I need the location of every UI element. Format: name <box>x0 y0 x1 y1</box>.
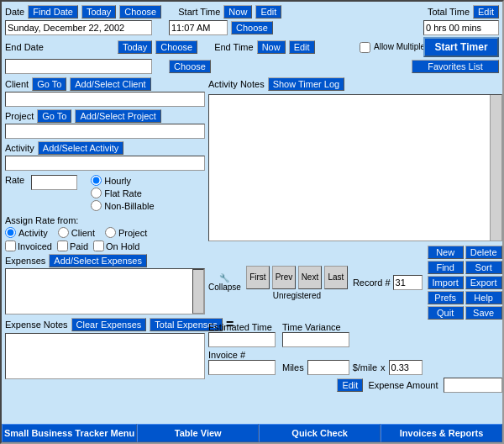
sort-button[interactable]: Sort <box>465 261 502 274</box>
today-button-1[interactable]: Today <box>81 5 116 18</box>
expense-edit-button[interactable]: Edit <box>337 378 363 392</box>
invoice-number-field[interactable] <box>208 360 276 375</box>
collapse-label: Collapse <box>208 283 241 292</box>
allow-multiple-timers-label: Allow Multiple Timers <box>374 42 420 52</box>
last-button[interactable]: Last <box>324 266 348 289</box>
per-mile-field[interactable] <box>389 360 423 375</box>
rate-field[interactable] <box>31 175 77 190</box>
time-variance-field[interactable] <box>282 332 349 347</box>
menu-button[interactable]: Small Business Tracker Menu <box>2 424 137 442</box>
client-label: Client <box>5 79 29 89</box>
miles-label: Miles <box>282 362 304 373</box>
client-field[interactable] <box>5 92 205 107</box>
assign-project-label: Project <box>118 228 147 238</box>
choose-button-1[interactable]: Choose <box>119 5 161 18</box>
expenses-scrollbar[interactable] <box>192 269 204 314</box>
find-button[interactable]: Find <box>428 261 464 274</box>
total-time-value-field <box>423 20 499 35</box>
date-value-field[interactable] <box>5 20 152 35</box>
project-goto-button[interactable]: Go To <box>37 109 71 123</box>
edit-button-2[interactable]: Edit <box>289 40 315 54</box>
choose-button-4[interactable]: Choose <box>169 60 211 73</box>
prefs-button[interactable]: Prefs <box>428 291 464 304</box>
on-hold-label: On Hold <box>106 241 139 251</box>
today-button-2[interactable]: Today <box>118 40 152 54</box>
expense-amount-label: Expense Amount <box>368 380 438 390</box>
expenses-list <box>5 268 205 314</box>
estimated-time-label: Estimated Time <box>208 322 276 332</box>
quick-check-button[interactable]: Quick Check <box>259 424 381 442</box>
unregistered-label: Unregistered <box>273 291 321 300</box>
paid-label: Paid <box>70 241 88 251</box>
new-button[interactable]: New <box>428 246 464 259</box>
import-button[interactable]: Import <box>428 276 464 289</box>
miles-field[interactable] <box>307 360 349 375</box>
estimated-time-field[interactable] <box>208 332 276 347</box>
activity-field[interactable] <box>5 156 205 171</box>
client-goto-button[interactable]: Go To <box>32 77 66 91</box>
invoices-reports-button[interactable]: Invoices & Reports <box>381 424 502 442</box>
now-button-1[interactable]: Now <box>223 5 252 18</box>
first-button[interactable]: First <box>246 266 270 289</box>
collapse-icon: 🔧 <box>219 273 229 283</box>
per-mile-label: $/mile <box>353 362 377 373</box>
add-select-project-button[interactable]: Add/Select Project <box>75 109 161 123</box>
edit-button-1[interactable]: Edit <box>255 5 281 18</box>
find-date-button[interactable]: Find Date <box>28 5 78 18</box>
export-button[interactable]: Export <box>465 276 502 289</box>
bottom-bar: Small Business Tracker Menu Table View Q… <box>2 424 502 442</box>
next-button[interactable]: Next <box>298 266 322 289</box>
choose-button-2[interactable]: Choose <box>155 40 197 54</box>
date-label: Date <box>5 7 24 17</box>
rate-label: Rate <box>5 175 24 185</box>
expense-notes-label: Expense Notes <box>5 320 68 330</box>
x-label: x <box>381 362 386 373</box>
assign-client-label: Client <box>71 228 95 238</box>
clear-expenses-button[interactable]: Clear Expenses <box>71 318 147 331</box>
assign-client-radio[interactable] <box>58 227 69 238</box>
table-view-button[interactable]: Table View <box>137 424 259 442</box>
end-date-field[interactable] <box>5 59 152 74</box>
assign-activity-radio[interactable] <box>5 227 16 238</box>
add-select-activity-button[interactable]: Add/Select Activity <box>38 141 124 155</box>
allow-multiple-timers-checkbox[interactable] <box>360 42 370 53</box>
assign-activity-label: Activity <box>18 228 48 238</box>
hourly-radio[interactable] <box>91 175 102 186</box>
activity-notes-label: Activity Notes <box>208 79 265 89</box>
on-hold-checkbox[interactable] <box>93 240 104 251</box>
choose-button-3[interactable]: Choose <box>231 21 273 34</box>
delete-button[interactable]: Delete <box>465 246 502 259</box>
record-number-field[interactable] <box>393 275 423 290</box>
time-variance-label: Time Variance <box>282 322 349 332</box>
invoice-number-label: Invoice # <box>208 350 276 360</box>
add-select-expenses-button[interactable]: Add/Select Expenses <box>49 254 147 267</box>
project-label: Project <box>5 111 34 121</box>
save-button[interactable]: Save <box>465 306 502 320</box>
project-field[interactable] <box>5 124 205 139</box>
invoiced-label: Invoiced <box>18 241 52 251</box>
show-timer-log-button[interactable]: Show Timer Log <box>268 77 344 91</box>
favorites-list-button[interactable]: Favorites List <box>412 60 499 73</box>
paid-checkbox[interactable] <box>57 240 68 251</box>
expense-amount-field[interactable] <box>444 378 502 393</box>
notes-scrollbar[interactable] <box>490 95 501 240</box>
flat-rate-radio[interactable] <box>91 188 102 198</box>
start-time-value-field[interactable] <box>169 20 228 35</box>
add-select-client-button[interactable]: Add/Select Client <box>70 77 150 91</box>
expenses-label: Expenses <box>5 256 45 266</box>
now-button-2[interactable]: Now <box>257 40 286 54</box>
start-time-label: Start Time <box>178 7 220 17</box>
expense-notes-field[interactable] <box>5 333 205 379</box>
end-time-label: End Time <box>214 42 253 52</box>
total-time-edit-button[interactable]: Edit <box>473 5 499 18</box>
start-timer-button[interactable]: Start Timer <box>423 37 499 57</box>
activity-label: Activity <box>5 143 34 153</box>
activity-notes-field[interactable] <box>209 95 490 240</box>
quit-button[interactable]: Quit <box>428 306 464 320</box>
assign-project-radio[interactable] <box>105 227 116 238</box>
non-billable-radio[interactable] <box>91 200 102 211</box>
invoiced-checkbox[interactable] <box>5 240 16 251</box>
help-button[interactable]: Help <box>465 291 502 304</box>
prev-button[interactable]: Prev <box>272 266 296 289</box>
end-date-label: End Date <box>5 42 44 52</box>
